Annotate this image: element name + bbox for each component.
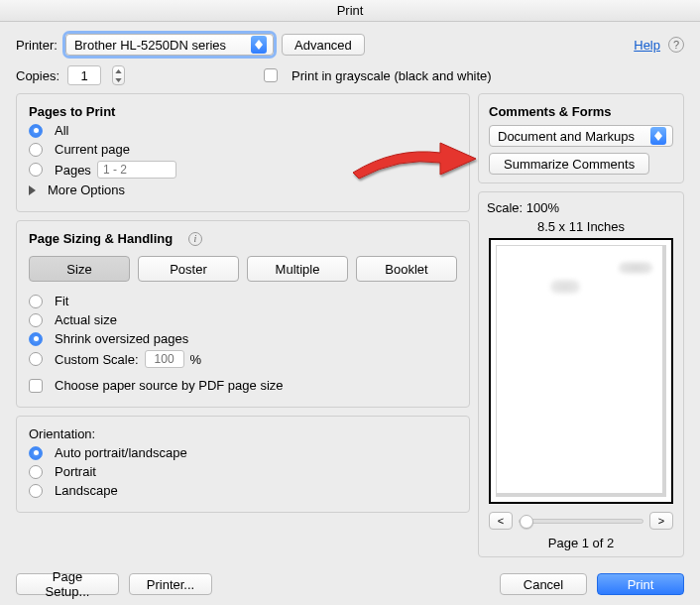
- dims-label: 8.5 x 11 Inches: [487, 219, 675, 234]
- radio-pages-label: Pages: [55, 163, 91, 178]
- orientation-panel: Orientation: Auto portrait/landscape Por…: [16, 416, 470, 513]
- printer-select[interactable]: Brother HL-5250DN series: [65, 34, 274, 56]
- page-counter: Page 1 of 2: [487, 536, 675, 550]
- svg-marker-1: [255, 45, 263, 50]
- cancel-button[interactable]: Cancel: [500, 573, 587, 595]
- radio-custom-label: Custom Scale:: [55, 352, 139, 367]
- sizing-title: Page Sizing & Handling: [29, 231, 173, 246]
- copies-label: Copies:: [16, 68, 59, 83]
- preview-content-icon: [619, 262, 652, 274]
- pages-range-input[interactable]: [97, 161, 176, 179]
- radio-landscape-label: Landscape: [55, 483, 118, 498]
- page-setup-button[interactable]: Page Setup...: [16, 573, 119, 595]
- tab-size[interactable]: Size: [29, 256, 130, 282]
- radio-portrait[interactable]: [29, 465, 43, 479]
- custom-scale-input[interactable]: [145, 350, 184, 368]
- printer-button[interactable]: Printer...: [129, 573, 212, 595]
- radio-current-label: Current page: [55, 142, 130, 157]
- comments-select[interactable]: Document and Markups: [489, 125, 673, 147]
- comments-panel: Comments & Forms Document and Markups Su…: [478, 93, 684, 183]
- svg-marker-3: [115, 78, 121, 82]
- radio-shrink-label: Shrink oversized pages: [55, 331, 188, 346]
- radio-shrink[interactable]: [29, 332, 43, 346]
- next-page-button[interactable]: >: [649, 512, 673, 530]
- radio-actual[interactable]: [29, 313, 43, 327]
- grayscale-label: Print in grayscale (black and white): [292, 68, 492, 83]
- grayscale-checkbox[interactable]: [264, 68, 278, 82]
- stepper-up-icon[interactable]: [113, 66, 124, 75]
- radio-fit-label: Fit: [55, 294, 68, 308]
- pages-to-print-title: Pages to Print: [29, 104, 457, 119]
- radio-landscape[interactable]: [29, 484, 43, 498]
- comments-select-value: Document and Markups: [498, 129, 635, 144]
- radio-fit[interactable]: [29, 295, 43, 308]
- radio-actual-label: Actual size: [55, 312, 117, 327]
- scale-label: Scale: 100%: [487, 200, 675, 215]
- copies-input[interactable]: [67, 65, 101, 85]
- chevron-right-icon[interactable]: [29, 185, 36, 195]
- more-options[interactable]: More Options: [48, 182, 125, 197]
- info-icon[interactable]: i: [188, 232, 202, 246]
- window-title: Print: [0, 0, 700, 22]
- tab-multiple[interactable]: Multiple: [247, 256, 348, 282]
- svg-marker-2: [115, 69, 121, 73]
- orientation-title: Orientation:: [29, 426, 457, 441]
- radio-custom[interactable]: [29, 352, 43, 366]
- tab-booklet[interactable]: Booklet: [356, 256, 457, 282]
- radio-auto-orient[interactable]: [29, 446, 43, 460]
- printer-select-value: Brother HL-5250DN series: [74, 38, 226, 53]
- radio-pages[interactable]: [29, 163, 43, 177]
- choose-source-label: Choose paper source by PDF page size: [55, 378, 284, 393]
- print-button[interactable]: Print: [597, 573, 684, 595]
- chevron-updown-icon: [251, 36, 267, 54]
- choose-source-checkbox[interactable]: [29, 379, 43, 393]
- comments-title: Comments & Forms: [489, 104, 673, 119]
- tab-poster[interactable]: Poster: [138, 256, 239, 282]
- pages-to-print-panel: Pages to Print All Current page Pages Mo…: [16, 93, 470, 212]
- slider-knob[interactable]: [520, 515, 533, 529]
- chevron-updown-icon: [650, 127, 666, 145]
- radio-auto-orient-label: Auto portrait/landscape: [55, 445, 187, 460]
- help-icon[interactable]: ?: [668, 37, 684, 53]
- printer-label: Printer:: [16, 38, 58, 53]
- radio-all[interactable]: [29, 124, 43, 138]
- page-preview: [489, 238, 673, 504]
- copies-stepper[interactable]: [112, 65, 125, 85]
- help-link[interactable]: Help: [634, 38, 660, 53]
- preview-panel: Scale: 100% 8.5 x 11 Inches < > Page 1 o…: [478, 191, 684, 557]
- stepper-down-icon[interactable]: [113, 75, 124, 84]
- radio-portrait-label: Portrait: [55, 464, 96, 479]
- svg-marker-5: [654, 136, 662, 141]
- radio-all-label: All: [55, 123, 68, 138]
- sizing-panel: Page Sizing & Handling i Size Poster Mul…: [16, 220, 470, 408]
- preview-content-icon: [550, 280, 580, 294]
- prev-page-button[interactable]: <: [489, 512, 513, 530]
- summarize-comments-button[interactable]: Summarize Comments: [489, 153, 649, 175]
- pct-label: %: [190, 352, 202, 367]
- page-slider[interactable]: [519, 519, 643, 524]
- advanced-button[interactable]: Advanced: [282, 34, 365, 56]
- radio-current[interactable]: [29, 143, 43, 157]
